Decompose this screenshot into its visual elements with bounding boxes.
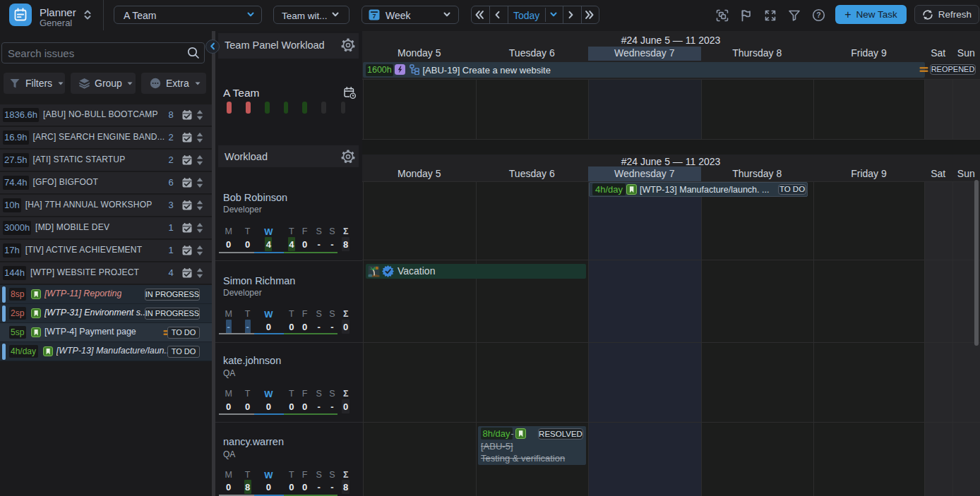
svg-text:7: 7 bbox=[372, 13, 376, 20]
svg-text:?: ? bbox=[816, 11, 820, 19]
